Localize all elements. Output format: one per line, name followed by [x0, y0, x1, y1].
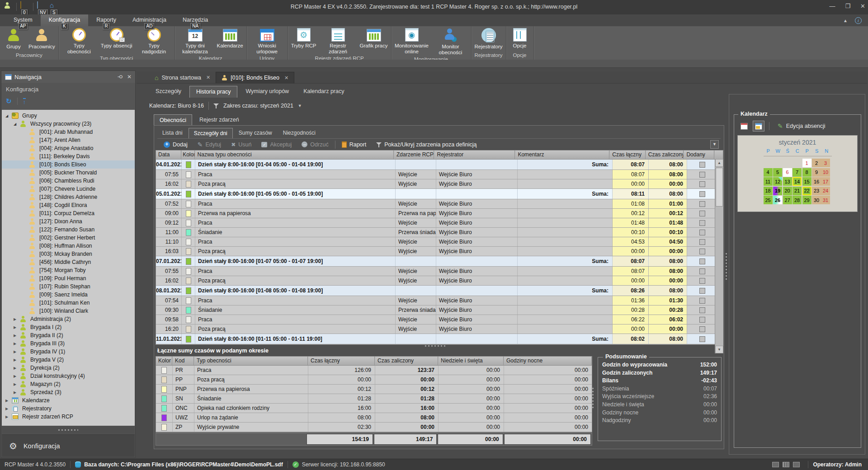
ribbon-button[interactable]: Typy obecności [60, 27, 99, 56]
day-cell[interactable]: 21 [793, 187, 802, 195]
expander-icon[interactable] [14, 122, 20, 126]
ribbon-tab[interactable]: Raporty R [88, 14, 124, 26]
ribbon-button[interactable]: Tryby RCP [289, 27, 319, 50]
tree-item[interactable]: [109]: Poul Herman [2, 274, 135, 282]
toolbar-dropdown-button[interactable]: ▼ [710, 140, 719, 149]
day-cell[interactable]: 14 [793, 177, 802, 186]
ribbon-button[interactable]: Typy dni kalendarza [176, 27, 215, 56]
ribbon-tab[interactable]: Narzędzia NA [175, 14, 216, 26]
calendar-view-button[interactable] [738, 121, 750, 132]
edit-button[interactable]: Edytuj [194, 140, 225, 150]
day-cell[interactable] [764, 159, 773, 167]
device-status-icon[interactable] [772, 462, 779, 467]
day-cell[interactable]: 27 [783, 196, 792, 204]
tree-item[interactable]: Brygada V (2) [2, 356, 135, 364]
day-cell[interactable]: 20 [783, 187, 792, 195]
added-checkbox[interactable] [699, 336, 705, 342]
column-header[interactable]: Czas zaliczony [375, 357, 438, 365]
day-cell[interactable]: 15 [802, 177, 811, 186]
tree-item[interactable]: [122]: Fernando Susan [2, 226, 135, 234]
column-header[interactable]: Kolor [181, 150, 195, 159]
tree-item[interactable]: Brygada II (2) [2, 331, 135, 339]
grid-row[interactable]: 09:58 Praca Wejście Wejście Biuro 06:22 … [156, 315, 723, 324]
tree-item[interactable]: [008]: Huffman Allison [2, 242, 135, 250]
tab-wymiary-urlopow[interactable]: Wymiary urlopów [239, 86, 295, 98]
expander-icon[interactable] [14, 342, 20, 346]
grid-row[interactable]: 16:03 Poza pracą Wyjście Wyjście Biuro 0… [156, 247, 723, 256]
expander-icon[interactable] [14, 334, 20, 338]
tree-item[interactable]: Brygada IV (1) [2, 348, 135, 356]
day-cell[interactable]: 26 [773, 196, 782, 204]
tab-sumy-czasow[interactable]: Sumy czasów [234, 128, 277, 138]
added-checkbox[interactable] [699, 172, 705, 178]
collapse-all-icon[interactable]: ↑ [23, 98, 26, 105]
column-header[interactable]: Nazwa typu obecności [195, 150, 394, 159]
ribbon-button[interactable]: Grafik pracy [358, 27, 390, 50]
added-checkbox[interactable] [699, 230, 705, 235]
tab-lista-dni[interactable]: Lista dni [157, 128, 188, 138]
expander-icon[interactable] [14, 374, 20, 378]
added-checkbox[interactable] [699, 239, 705, 245]
day-cell[interactable]: 19 [773, 187, 782, 195]
tree-item[interactable]: Magazyn (2) [2, 380, 135, 388]
expander-icon[interactable] [14, 358, 20, 362]
added-checkbox[interactable] [699, 191, 705, 197]
day-cell[interactable] [793, 159, 802, 167]
expander-icon[interactable] [14, 350, 20, 354]
tab-kalendarz-pracy[interactable]: Kalendarz pracy [297, 86, 350, 98]
calendar-assignment-label[interactable]: Kalendarz: Biuro 8-16 [149, 103, 204, 109]
added-checkbox[interactable] [699, 258, 705, 264]
tree-item[interactable]: [111]: Berkeley Davis [2, 152, 135, 160]
expander-icon[interactable] [14, 317, 20, 321]
added-checkbox[interactable] [699, 201, 705, 207]
tree-item[interactable]: [010]: Bonds Eliseo [2, 160, 135, 169]
tree-item[interactable]: [127]: Dixon Anna [2, 217, 135, 226]
expander-icon[interactable] [5, 114, 12, 118]
tree-item[interactable]: [011]: Corpuz Demelza [2, 209, 135, 217]
ribbon-button[interactable]: Monitorowanie online [392, 27, 431, 56]
collapse-ribbon-icon[interactable]: ▲ [843, 18, 848, 23]
tree-item[interactable]: Dyrekcja (2) [2, 364, 135, 372]
ribbon-tab[interactable]: Konfiguracja K [41, 14, 89, 26]
ribbon-button[interactable]: Opcje [507, 27, 533, 50]
day-cell[interactable]: 2 [812, 159, 821, 167]
grid-row[interactable]: 04.01.2021 Dzień stały 8:00-16:00 [01-04… [156, 160, 723, 170]
tab-rejestr-zdarzen[interactable]: Rejestr zdarzeń [194, 114, 245, 126]
close-tab-icon[interactable]: ✕ [206, 75, 210, 80]
sums-row[interactable]: PR Praca 126:09 123:37 00:00 00:00 [156, 366, 592, 375]
day-cell[interactable]: 12 [773, 177, 782, 186]
expander-icon[interactable] [5, 399, 12, 403]
day-cell[interactable]: 17 [821, 177, 830, 186]
expander-icon[interactable] [14, 325, 20, 329]
column-header[interactable]: Kolor [156, 357, 172, 365]
ribbon-button[interactable]: Grupy [1, 27, 26, 51]
ribbon-button[interactable]: Kalendarze [215, 27, 245, 50]
day-cell[interactable]: 5 [773, 168, 782, 177]
grid-row[interactable]: 08.01.2021 Dzień stały 8:00-16:00 [01-08… [156, 286, 723, 296]
tree-item[interactable]: Rejestratory [2, 404, 135, 413]
tab-historia-pracy[interactable]: Historia pracy [189, 86, 237, 98]
sums-row[interactable]: UWZ Urlop na żądanie 08:00 08:00 00:00 0… [156, 413, 592, 423]
day-cell[interactable]: 4 [764, 168, 773, 177]
grid-row[interactable]: 09:12 Praca Wejście Wejście Biuro 01:48 … [156, 218, 723, 228]
added-checkbox[interactable] [699, 298, 705, 304]
close-tab-icon[interactable]: ✕ [284, 75, 288, 81]
day-cell[interactable]: 7 [793, 168, 802, 177]
scroll-down-icon[interactable]: ▼ [715, 346, 723, 353]
grid-row[interactable]: 11:00 Śniadanie Przerwa śniada... Wyjści… [156, 228, 723, 237]
ribbon-tab[interactable]: System AP [5, 14, 41, 26]
info-icon[interactable]: i [855, 17, 862, 24]
added-checkbox[interactable] [699, 307, 705, 313]
added-checkbox[interactable] [699, 181, 705, 187]
column-header[interactable]: Rejestrator [434, 150, 515, 159]
tree-item[interactable]: [147]: Arent Allen [2, 136, 135, 144]
grid-row[interactable]: 16:02 Poza pracą Wyjście Wyjście Biuro 0… [156, 179, 723, 189]
delete-button[interactable]: Usuń [227, 140, 255, 149]
added-checkbox[interactable] [699, 288, 705, 294]
pin-icon[interactable]: ⚲ [118, 75, 124, 79]
tree-item[interactable]: Dział konstrukcyjny (4) [2, 372, 135, 380]
added-checkbox[interactable] [699, 326, 705, 332]
tree-item[interactable]: Sprzedaż (3) [2, 388, 135, 396]
grid-scrollbar[interactable]: ▲ ▼ [715, 159, 723, 353]
column-header[interactable]: Godziny nocne [504, 357, 592, 365]
